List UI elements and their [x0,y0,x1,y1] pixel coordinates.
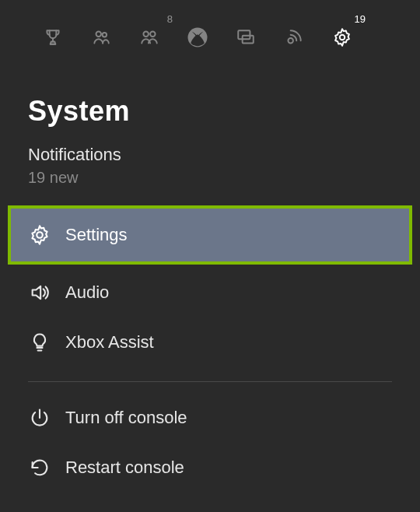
tab-home[interactable] [185,25,210,50]
power-icon [28,406,51,430]
menu-assist-label: Xbox Assist [65,332,154,352]
svg-rect-5 [238,30,250,39]
broadcast-icon [284,27,304,47]
svg-point-9 [37,232,42,237]
xbox-icon [186,26,209,49]
menu-audio[interactable]: Audio [0,268,420,317]
svg-point-3 [150,31,156,37]
page-title: System [0,73,420,139]
menu-restart[interactable]: Restart console [0,443,420,493]
system-menu: Settings Audio Xbox Assist Turn off cons… [0,205,420,493]
notifications-label: Notifications [28,143,420,167]
menu-divider [28,381,392,382]
svg-point-1 [103,33,107,37]
tab-system[interactable]: 19 [330,25,355,50]
tab-party[interactable]: 8 [137,25,162,50]
svg-point-2 [143,31,149,37]
trophy-icon [43,27,63,47]
svg-point-8 [340,35,345,40]
settings-gear-icon [332,27,352,47]
menu-poweroff-label: Turn off console [65,408,187,428]
menu-restart-label: Restart console [65,458,184,478]
tab-friends[interactable] [89,25,114,50]
svg-point-0 [96,31,102,37]
restart-icon [28,456,51,479]
menu-audio-label: Audio [65,282,109,303]
menu-xbox-assist[interactable]: Xbox Assist [0,317,420,367]
party-badge: 8 [167,13,173,25]
notifications-summary[interactable]: Notifications 19 new [0,139,420,188]
friends-icon [91,27,111,47]
system-badge: 19 [355,13,366,25]
guide-topbar: 8 19 [0,0,420,73]
gear-icon [28,223,51,247]
menu-settings[interactable]: Settings [8,205,412,265]
tab-messages[interactable] [233,25,258,50]
menu-power-off[interactable]: Turn off console [0,393,420,443]
tab-achievements[interactable] [40,25,65,50]
lightbulb-icon [28,331,51,354]
speaker-icon [28,281,51,304]
notifications-count: 19 new [28,167,420,188]
party-icon [139,27,159,47]
svg-point-7 [288,38,293,44]
tab-broadcast[interactable] [282,25,306,50]
messages-icon [236,27,256,47]
menu-settings-label: Settings [65,225,128,245]
